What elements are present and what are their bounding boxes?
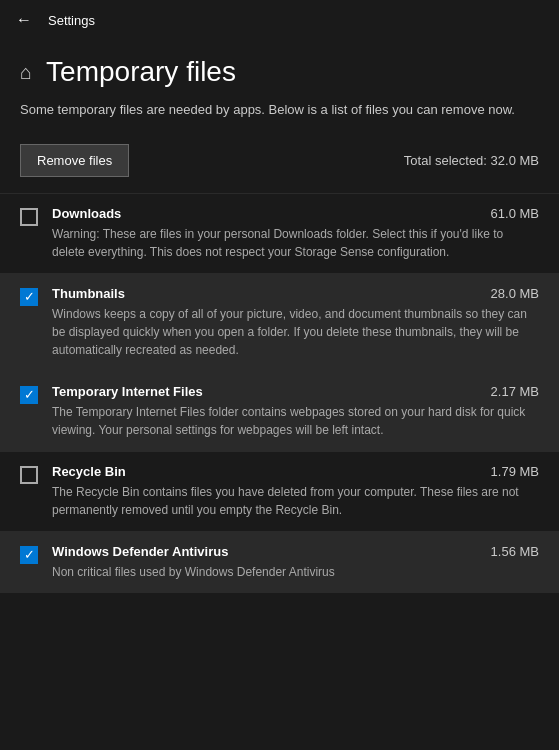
file-size-recycle-bin: 1.79 MB bbox=[491, 464, 539, 479]
checkbox-wrapper-temporary-internet-files bbox=[20, 386, 38, 404]
checkbox-wrapper-recycle-bin bbox=[20, 466, 38, 484]
file-size-downloads: 61.0 MB bbox=[491, 206, 539, 221]
file-header-recycle-bin: Recycle Bin1.79 MB bbox=[52, 464, 539, 479]
title-bar: ← Settings bbox=[0, 0, 559, 40]
file-name-thumbnails: Thumbnails bbox=[52, 286, 125, 301]
page-description: Some temporary files are needed by apps.… bbox=[0, 100, 559, 136]
file-content-recycle-bin: Recycle Bin1.79 MBThe Recycle Bin contai… bbox=[52, 464, 539, 519]
file-item-recycle-bin: Recycle Bin1.79 MBThe Recycle Bin contai… bbox=[0, 451, 559, 531]
file-list: Downloads61.0 MBWarning: These are files… bbox=[0, 193, 559, 593]
file-content-temporary-internet-files: Temporary Internet Files2.17 MBThe Tempo… bbox=[52, 384, 539, 439]
checkbox-temporary-internet-files[interactable] bbox=[20, 386, 38, 404]
action-bar: Remove files Total selected: 32.0 MB bbox=[0, 136, 559, 193]
file-size-windows-defender: 1.56 MB bbox=[491, 544, 539, 559]
checkbox-wrapper-downloads bbox=[20, 208, 38, 226]
page-title: Temporary files bbox=[46, 56, 236, 88]
file-desc-downloads: Warning: These are files in your persona… bbox=[52, 225, 539, 261]
file-desc-thumbnails: Windows keeps a copy of all of your pict… bbox=[52, 305, 539, 359]
file-item-windows-defender: Windows Defender Antivirus1.56 MBNon cri… bbox=[0, 531, 559, 593]
checkbox-windows-defender[interactable] bbox=[20, 546, 38, 564]
file-size-thumbnails: 28.0 MB bbox=[491, 286, 539, 301]
checkbox-thumbnails[interactable] bbox=[20, 288, 38, 306]
title-bar-text: Settings bbox=[48, 13, 95, 28]
file-desc-windows-defender: Non critical files used by Windows Defen… bbox=[52, 563, 539, 581]
file-header-downloads: Downloads61.0 MB bbox=[52, 206, 539, 221]
file-content-downloads: Downloads61.0 MBWarning: These are files… bbox=[52, 206, 539, 261]
file-content-thumbnails: Thumbnails28.0 MBWindows keeps a copy of… bbox=[52, 286, 539, 359]
remove-files-button[interactable]: Remove files bbox=[20, 144, 129, 177]
file-name-downloads: Downloads bbox=[52, 206, 121, 221]
page-header: ⌂ Temporary files bbox=[0, 40, 559, 100]
file-item-downloads: Downloads61.0 MBWarning: These are files… bbox=[0, 193, 559, 273]
checkbox-downloads[interactable] bbox=[20, 208, 38, 226]
file-header-thumbnails: Thumbnails28.0 MB bbox=[52, 286, 539, 301]
file-item-temporary-internet-files: Temporary Internet Files2.17 MBThe Tempo… bbox=[0, 371, 559, 451]
file-content-windows-defender: Windows Defender Antivirus1.56 MBNon cri… bbox=[52, 544, 539, 581]
file-name-windows-defender: Windows Defender Antivirus bbox=[52, 544, 228, 559]
total-selected: Total selected: 32.0 MB bbox=[404, 153, 539, 168]
back-button[interactable]: ← bbox=[12, 7, 36, 33]
file-name-temporary-internet-files: Temporary Internet Files bbox=[52, 384, 203, 399]
checkbox-recycle-bin[interactable] bbox=[20, 466, 38, 484]
file-size-temporary-internet-files: 2.17 MB bbox=[491, 384, 539, 399]
file-desc-recycle-bin: The Recycle Bin contains files you have … bbox=[52, 483, 539, 519]
file-name-recycle-bin: Recycle Bin bbox=[52, 464, 126, 479]
checkbox-wrapper-windows-defender bbox=[20, 546, 38, 564]
file-header-windows-defender: Windows Defender Antivirus1.56 MB bbox=[52, 544, 539, 559]
file-header-temporary-internet-files: Temporary Internet Files2.17 MB bbox=[52, 384, 539, 399]
file-item-thumbnails: Thumbnails28.0 MBWindows keeps a copy of… bbox=[0, 273, 559, 371]
checkbox-wrapper-thumbnails bbox=[20, 288, 38, 306]
home-icon: ⌂ bbox=[20, 61, 32, 84]
file-desc-temporary-internet-files: The Temporary Internet Files folder cont… bbox=[52, 403, 539, 439]
